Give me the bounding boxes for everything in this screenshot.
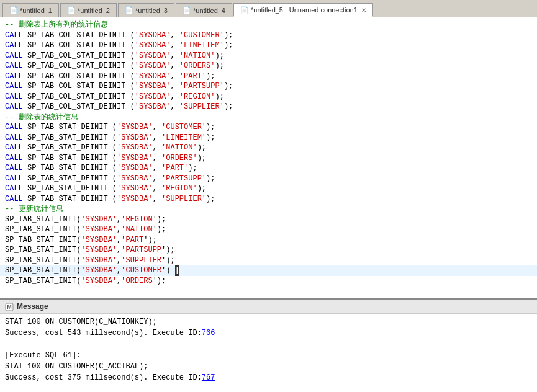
code-line: CALL SP_TAB_STAT_DEINIT ('SYSDBA', 'NATI…	[0, 143, 537, 153]
svg-text:M: M	[7, 304, 12, 310]
code-line: CALL SP_TAB_STAT_DEINIT ('SYSDBA', 'SUPP…	[0, 194, 537, 205]
code-line: CALL SP_TAB_STAT_DEINIT ('SYSDBA', 'REGI…	[0, 184, 537, 194]
code-line: SP_TAB_STAT_INIT('SYSDBA','PARTSUPP');​	[0, 245, 537, 256]
code-line: CALL SP_TAB_COL_STAT_DEINIT ('SYSDBA', '…	[0, 92, 537, 102]
tab-close-icon[interactable]: ✕	[361, 7, 366, 14]
tab-untitled-4[interactable]: 📄 *untitled_4	[176, 3, 232, 17]
code-line: CALL SP_TAB_COL_STAT_DEINIT ('SYSDBA', '…	[0, 40, 537, 51]
file-icon: 📄	[125, 6, 133, 14]
editor-area[interactable]: -- 删除表上所有列的统计信息 CALL SP_TAB_COL_STAT_DEI…	[0, 17, 537, 300]
code-line-cursor: SP_TAB_STAT_INIT('SYSDBA','CUSTOMER') |	[0, 265, 537, 276]
message-blank	[5, 339, 532, 350]
code-line: CALL SP_TAB_COL_STAT_DEINIT ('SYSDBA', '…	[0, 71, 537, 82]
code-line: CALL SP_TAB_STAT_DEINIT ('SYSDBA', 'PART…	[0, 174, 537, 184]
message-blank	[5, 383, 532, 392]
code-line: CALL SP_TAB_STAT_DEINIT ('SYSDBA', 'PART…	[0, 163, 537, 174]
code-line: SP_TAB_STAT_INIT('SYSDBA','SUPPLIER');​	[0, 256, 537, 266]
message-line: Success, cost 375 millsecond(s). Execute…	[5, 372, 532, 383]
message-panel: M Message STAT 100 ON CUSTOMER(C_NATIONK…	[0, 300, 537, 392]
file-icon: 📄	[240, 6, 249, 14]
code-line: CALL SP_TAB_STAT_DEINIT ('SYSDBA', 'CUST…	[0, 122, 537, 133]
code-line: -- 更新统计信息	[0, 204, 537, 215]
tab-label: *untitled_1	[20, 7, 52, 14]
code-line: CALL SP_TAB_COL_STAT_DEINIT ('SYSDBA', '…	[0, 81, 537, 92]
code-line: CALL SP_TAB_COL_STAT_DEINIT ('SYSDBA', '…	[0, 51, 537, 61]
execute-id-link-767[interactable]: 767	[202, 373, 215, 382]
message-line: Success, cost 543 millsecond(s). Execute…	[5, 327, 532, 339]
message-header-label: Message	[17, 302, 48, 311]
message-icon: M	[5, 302, 14, 311]
code-line: SP_TAB_STAT_INIT('SYSDBA','REGION');​	[0, 215, 537, 225]
tab-untitled-2[interactable]: 📄 *untitled_2	[60, 3, 117, 17]
tab-label: *untitled_4	[193, 7, 225, 14]
code-line: SP_TAB_STAT_INIT('SYSDBA','ORDERS');​	[0, 276, 537, 287]
code-line: CALL SP_TAB_STAT_DEINIT ('SYSDBA', 'LINE…	[0, 133, 537, 143]
app-window: 📄 *untitled_1 📄 *untitled_2 📄 *untitled_…	[0, 0, 537, 392]
execute-id-link-766[interactable]: 766	[202, 329, 215, 337]
message-panel-header: M Message	[0, 300, 537, 314]
message-content: STAT 100 ON CUSTOMER(C_NATIONKEY); Succe…	[0, 314, 537, 392]
code-line: CALL SP_TAB_STAT_DEINIT ('SYSDBA', 'ORDE…	[0, 153, 537, 164]
code-line: -- 删除表的统计信息	[0, 112, 537, 123]
tab-bar: 📄 *untitled_1 📄 *untitled_2 📄 *untitled_…	[0, 0, 537, 17]
message-line: STAT 100 ON CUSTOMER(C_NATIONKEY);	[5, 316, 532, 327]
code-line: CALL SP_TAB_COL_STAT_DEINIT ('SYSDBA', '…	[0, 30, 537, 41]
tab-label: *untitled_2	[78, 7, 110, 14]
tab-untitled-3[interactable]: 📄 *untitled_3	[118, 3, 174, 17]
tab-label: *untitled_3	[135, 7, 168, 14]
message-line: STAT 100 ON CUSTOMER(C_ACCTBAL);	[5, 361, 532, 372]
file-icon: 📄	[183, 6, 191, 14]
file-icon: 📄	[67, 6, 76, 14]
tab-untitled-1[interactable]: 📄 *untitled_1	[2, 3, 59, 17]
tab-untitled-5[interactable]: 📄 *untitled_5 - Unnamed connection1 ✕	[233, 3, 373, 17]
file-icon: 📄	[9, 6, 18, 14]
tab-label: *untitled_5 - Unnamed connection1	[251, 6, 358, 14]
code-line: CALL SP_TAB_COL_STAT_DEINIT ('SYSDBA', '…	[0, 102, 537, 112]
code-line: CALL SP_TAB_COL_STAT_DEINIT ('SYSDBA', '…	[0, 61, 537, 71]
code-line: -- 删除表上所有列的统计信息	[0, 20, 537, 30]
code-line: SP_TAB_STAT_INIT('SYSDBA','NATION');​	[0, 225, 537, 235]
cursor: |	[175, 265, 179, 276]
code-line: SP_TAB_STAT_INIT('SYSDBA','PART');​	[0, 235, 537, 246]
message-line: [Execute SQL 61]:	[5, 350, 532, 361]
